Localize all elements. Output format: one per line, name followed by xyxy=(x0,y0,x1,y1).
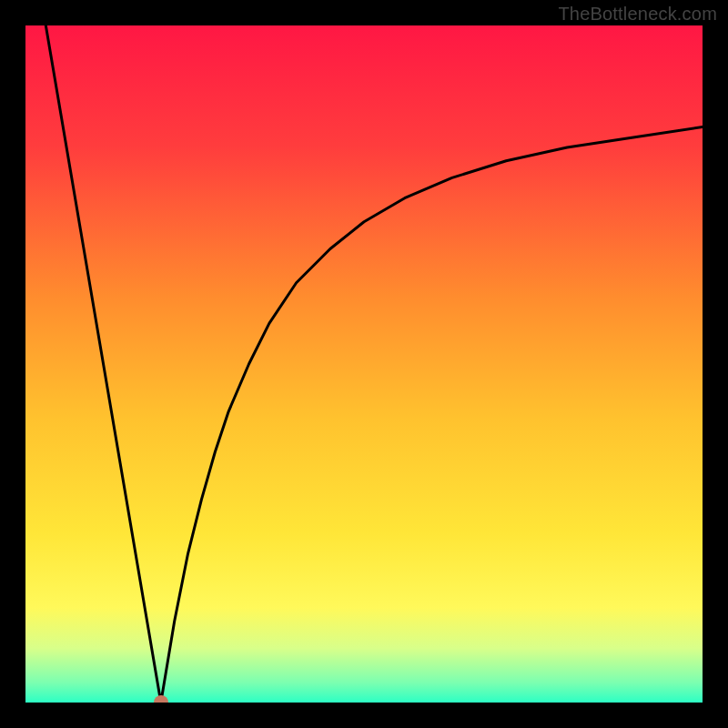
chart-curve xyxy=(25,25,703,703)
watermark-text: TheBottleneck.com xyxy=(558,4,717,25)
plot-area xyxy=(25,25,703,703)
chart-frame: TheBottleneck.com xyxy=(0,0,728,728)
